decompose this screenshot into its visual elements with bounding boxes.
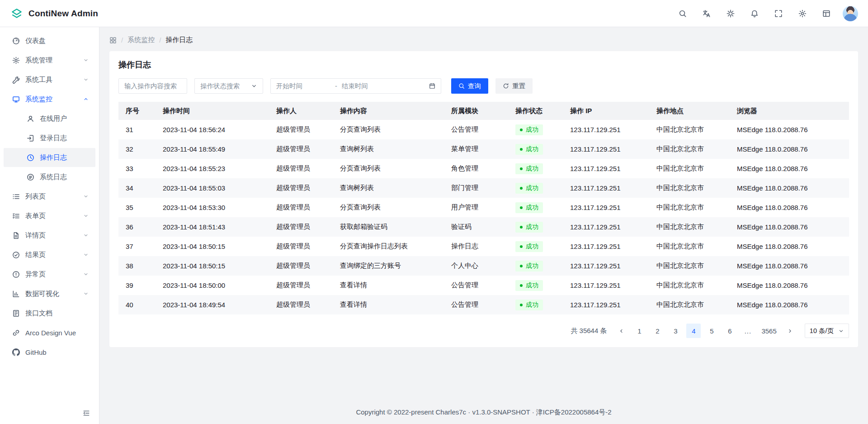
location-cell: 中国北京北京市 (649, 139, 730, 159)
pagination-page-button[interactable]: 1 (632, 324, 646, 338)
seq-cell: 40 (118, 295, 156, 314)
search-button[interactable]: 查询 (451, 78, 488, 94)
browser-cell: MSEdge 118.0.2088.76 (730, 237, 849, 256)
app-logo: ContiNew Admin (10, 7, 98, 20)
content-cell: 查看详情 (333, 295, 444, 314)
exception-icon (12, 271, 20, 278)
sidebar-item[interactable]: 在线用户 (4, 109, 95, 128)
module-cell: 角色管理 (444, 159, 508, 178)
breadcrumb-item[interactable]: 系统监控 (127, 36, 155, 44)
operation-log-card: 操作日志 操作状态搜索 开始时间 - 结束时间 查询 重置 (109, 51, 858, 347)
chevron-down-icon (82, 272, 90, 277)
header-actions (675, 6, 834, 21)
date-range-picker[interactable]: 开始时间 - 结束时间 (270, 78, 441, 94)
online-user-icon (26, 115, 34, 123)
seq-cell: 31 (118, 120, 156, 139)
sidebar-item[interactable]: 异常页 (4, 265, 95, 284)
user-avatar[interactable] (843, 6, 858, 21)
sidebar-item[interactable]: 系统工具 (4, 70, 95, 89)
status-cell: 成功 (508, 217, 563, 237)
pagination-page-button[interactable]: 4 (686, 324, 701, 338)
search-icon (458, 83, 465, 89)
translate-button[interactable] (699, 6, 714, 21)
sidebar-item-label: 列表页 (25, 192, 76, 201)
pagination-page-button[interactable]: 3565 (759, 324, 779, 338)
status-text: 成功 (526, 262, 538, 270)
time-cell: 2023-11-04 18:55:03 (156, 178, 269, 198)
sidebar-item[interactable]: 仪表盘 (4, 31, 95, 50)
chart-icon (12, 290, 20, 298)
sidebar-item[interactable]: 系统管理 (4, 51, 95, 70)
table-row: 402023-11-04 18:49:54超级管理员查看详情公告管理成功123.… (118, 295, 849, 314)
pagination-next-button[interactable] (783, 324, 797, 338)
browser-cell: MSEdge 118.0.2088.76 (730, 295, 849, 314)
sidebar-item[interactable]: 结果页 (4, 245, 95, 264)
module-cell: 公告管理 (444, 120, 508, 139)
pagination-page-button[interactable]: 2 (650, 324, 665, 338)
sidebar-item[interactable]: GitHub (4, 343, 95, 362)
settings-button[interactable] (795, 6, 810, 21)
module-cell: 验证码 (444, 217, 508, 237)
sidebar-item-label: 系统工具 (25, 76, 76, 84)
reset-button-label: 重置 (512, 82, 525, 91)
seq-cell: 38 (118, 256, 156, 276)
sidebar-item[interactable]: Arco Design Vue (4, 323, 95, 342)
ip-cell: 123.117.129.251 (563, 295, 649, 314)
status-text: 成功 (526, 301, 538, 309)
column-header: 操作人 (269, 102, 333, 120)
status-cell: 成功 (508, 276, 563, 295)
sidebar-item[interactable]: 列表页 (4, 187, 95, 206)
status-dot (520, 265, 523, 267)
sidebar-item[interactable]: 表单页 (4, 206, 95, 225)
status-select-placeholder: 操作状态搜索 (200, 82, 240, 91)
operator-cell: 超级管理员 (269, 178, 333, 198)
content-cell: 查看详情 (333, 276, 444, 295)
pagination-page-button[interactable]: 6 (722, 324, 737, 338)
operator-cell: 超级管理员 (269, 139, 333, 159)
sidebar-item[interactable]: 系统日志 (4, 167, 95, 186)
location-cell: 中国北京北京市 (649, 159, 730, 178)
status-text: 成功 (526, 281, 538, 290)
reset-button[interactable]: 重置 (495, 78, 533, 94)
content-search-input[interactable] (118, 78, 187, 94)
chevron-down-icon (838, 328, 844, 334)
status-select[interactable]: 操作状态搜索 (194, 78, 263, 94)
detail-icon (12, 232, 20, 239)
operator-cell: 超级管理员 (269, 217, 333, 237)
collapse-sidebar-button[interactable] (80, 407, 93, 419)
table-row: 332023-11-04 18:55:23超级管理员分页查询列表角色管理成功12… (118, 159, 849, 178)
module-cell: 公告管理 (444, 295, 508, 314)
chevron-right-icon (787, 328, 793, 334)
sidebar-item[interactable]: 登录日志 (4, 129, 95, 148)
column-header: 操作内容 (333, 102, 444, 120)
log-table-body: 312023-11-04 18:56:24超级管理员分页查询列表公告管理成功12… (118, 120, 849, 314)
pagination-total: 共 35644 条 (571, 327, 607, 335)
list-icon (12, 193, 20, 200)
pagination-page-button[interactable]: 3 (668, 324, 683, 338)
dashboard-icon (12, 37, 20, 45)
layout-button[interactable] (819, 6, 834, 21)
fullscreen-button[interactable] (771, 6, 786, 21)
page-size-select[interactable]: 10 条/页 (805, 324, 849, 338)
notification-button[interactable] (747, 6, 762, 21)
breadcrumb-item[interactable]: 操作日志 (165, 36, 193, 44)
browser-cell: MSEdge 118.0.2088.76 (730, 276, 849, 295)
sidebar-item[interactable]: 详情页 (4, 226, 95, 245)
sidebar-item[interactable]: 操作日志 (4, 148, 95, 167)
browser-cell: MSEdge 118.0.2088.76 (730, 178, 849, 198)
status-badge: 成功 (515, 261, 543, 272)
settings-icon (798, 10, 807, 18)
pagination-pages: 123456...3565 (632, 324, 779, 338)
pagination-prev-button[interactable] (614, 324, 628, 338)
module-cell: 操作日志 (444, 237, 508, 256)
sidebar-item[interactable]: 接口文档 (4, 304, 95, 323)
sidebar-item[interactable]: 数据可视化 (4, 284, 95, 303)
theme-button[interactable] (723, 6, 738, 21)
pagination-page-button[interactable]: 5 (704, 324, 719, 338)
sidebar-item[interactable]: 系统监控 (4, 90, 95, 109)
search-button[interactable] (675, 6, 690, 21)
ip-cell: 123.117.129.251 (563, 276, 649, 295)
ip-cell: 123.117.129.251 (563, 237, 649, 256)
time-cell: 2023-11-04 18:50:15 (156, 256, 269, 276)
status-cell: 成功 (508, 159, 563, 178)
